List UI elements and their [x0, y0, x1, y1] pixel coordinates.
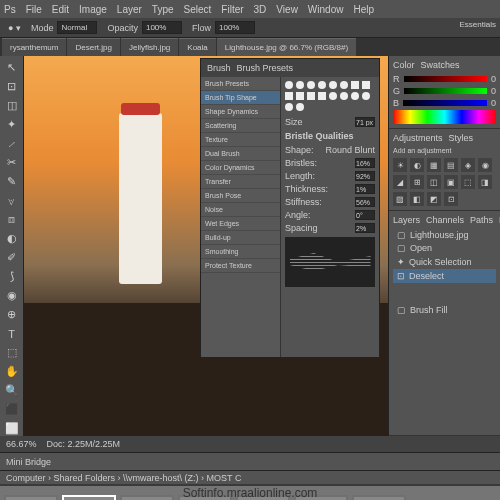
- zoom-tool[interactable]: 🔍: [3, 383, 21, 398]
- tab-3[interactable]: Koala: [179, 38, 215, 56]
- b-slider[interactable]: [403, 100, 487, 106]
- brush-shape-dyn[interactable]: Shape Dynamics: [201, 105, 280, 119]
- menu-3d[interactable]: 3D: [254, 4, 267, 15]
- marquee-tool[interactable]: ⊡: [3, 79, 21, 94]
- brush-opt-header[interactable]: Brush Presets: [201, 77, 280, 91]
- adj-levels-icon[interactable]: ◐: [410, 158, 424, 172]
- flow-input[interactable]: [215, 21, 255, 34]
- history-qsel[interactable]: ✦Quick Selection: [393, 255, 496, 269]
- channels-tab[interactable]: Channels: [426, 215, 464, 225]
- brush-tip-icon[interactable]: [351, 81, 359, 89]
- brush-smoothing[interactable]: Smoothing: [201, 245, 280, 259]
- adj-poster-icon[interactable]: ◨: [478, 175, 492, 189]
- brush-tip-icon[interactable]: [340, 92, 348, 100]
- adj-bw-icon[interactable]: ⊞: [410, 175, 424, 189]
- menu-edit[interactable]: Edit: [52, 4, 69, 15]
- spectrum-bar[interactable]: [393, 110, 496, 124]
- menu-view[interactable]: View: [276, 4, 298, 15]
- menu-help[interactable]: Help: [353, 4, 374, 15]
- brush-preview-icon[interactable]: ● ▾: [8, 23, 21, 33]
- menu-select[interactable]: Select: [184, 4, 212, 15]
- brush-tip-icon[interactable]: [318, 92, 326, 100]
- adj-photo-icon[interactable]: ◫: [427, 175, 441, 189]
- bridge-path[interactable]: Computer › Shared Folders › \\vmware-hos…: [6, 473, 241, 483]
- brush-wetedges[interactable]: Wet Edges: [201, 217, 280, 231]
- brush-tip-icon[interactable]: [307, 92, 315, 100]
- history-deselect[interactable]: ⊡Deselect: [393, 269, 496, 283]
- brush-tip-icon[interactable]: [362, 92, 370, 100]
- brush-tip-icon[interactable]: [307, 81, 315, 89]
- tab-1[interactable]: Desert.jpg: [67, 38, 119, 56]
- adjustments-tab[interactable]: Adjustments: [393, 133, 443, 143]
- brush-tip-icon[interactable]: [340, 81, 348, 89]
- menu-layer[interactable]: Layer: [117, 4, 142, 15]
- brush-dual[interactable]: Dual Brush: [201, 147, 280, 161]
- angle-input[interactable]: [355, 210, 375, 220]
- swatches-tab[interactable]: Swatches: [421, 60, 460, 70]
- menu-image[interactable]: Image: [79, 4, 107, 15]
- move-tool[interactable]: ↖: [3, 60, 21, 75]
- opacity-input[interactable]: [142, 21, 182, 34]
- eyedropper-tool[interactable]: ✂: [3, 155, 21, 170]
- brush-protect[interactable]: Protect Texture: [201, 259, 280, 273]
- brush-tip-icon[interactable]: [285, 103, 293, 111]
- brush-tip-icon[interactable]: [329, 92, 337, 100]
- foreground-color[interactable]: ⬛: [3, 402, 21, 417]
- adj-vibrance-icon[interactable]: ◈: [461, 158, 475, 172]
- brush-tip-icon[interactable]: [296, 92, 304, 100]
- brush-tip-icon[interactable]: [296, 103, 304, 111]
- mini-bridge-title[interactable]: Mini Bridge: [6, 457, 51, 467]
- brush-tip-icon[interactable]: [318, 81, 326, 89]
- brush-tip-icon[interactable]: [329, 81, 337, 89]
- length-input[interactable]: [355, 171, 375, 181]
- color-tab[interactable]: Color: [393, 60, 415, 70]
- adj-curves-icon[interactable]: ▦: [427, 158, 441, 172]
- crop-tool[interactable]: ⟋: [3, 136, 21, 151]
- size-input[interactable]: [355, 117, 375, 127]
- tab-0[interactable]: rysanthemum: [2, 38, 66, 56]
- stiffness-input[interactable]: [355, 197, 375, 207]
- history-brushfill[interactable]: ▢Brush Fill: [393, 303, 496, 317]
- brush-tool[interactable]: ⟇: [3, 193, 21, 208]
- brush-tip-icon[interactable]: [296, 81, 304, 89]
- styles-tab[interactable]: Styles: [449, 133, 474, 143]
- brush-buildup[interactable]: Build-up: [201, 231, 280, 245]
- workspace-switcher[interactable]: Essentials: [460, 20, 496, 29]
- menu-window[interactable]: Window: [308, 4, 344, 15]
- adj-threshold-icon[interactable]: ▨: [393, 192, 407, 206]
- r-slider[interactable]: [404, 76, 487, 82]
- tab-2[interactable]: Jellyfish.jpg: [121, 38, 178, 56]
- brush-pose[interactable]: Brush Pose: [201, 189, 280, 203]
- brush-tab[interactable]: Brush: [207, 63, 231, 73]
- menu-type[interactable]: Type: [152, 4, 174, 15]
- adj-brightness-icon[interactable]: ☀: [393, 158, 407, 172]
- spacing-input[interactable]: [355, 223, 375, 233]
- path-tool[interactable]: ⬚: [3, 345, 21, 360]
- wand-tool[interactable]: ✦: [3, 117, 21, 132]
- history-source[interactable]: ▢Lighthouse.jpg: [393, 229, 496, 241]
- eraser-tool[interactable]: ✐: [3, 250, 21, 265]
- layers-tab[interactable]: Layers: [393, 215, 420, 225]
- adj-gradient-icon[interactable]: ◧: [410, 192, 424, 206]
- menu-filter[interactable]: Filter: [221, 4, 243, 15]
- stamp-tool[interactable]: ⧈: [3, 212, 21, 227]
- type-tool[interactable]: T: [3, 326, 21, 341]
- history-open[interactable]: ▢Open: [393, 241, 496, 255]
- g-slider[interactable]: [404, 88, 487, 94]
- paths-tab[interactable]: Paths: [470, 215, 493, 225]
- adj-channel-icon[interactable]: ▣: [444, 175, 458, 189]
- adj-lookup-icon[interactable]: ⊡: [444, 192, 458, 206]
- brush-tip-icon[interactable]: [362, 81, 370, 89]
- tab-4[interactable]: Lighthouse.jpg @ 66.7% (RGB/8#): [217, 38, 356, 56]
- lasso-tool[interactable]: ◫: [3, 98, 21, 113]
- brush-transfer[interactable]: Transfer: [201, 175, 280, 189]
- brush-tip-shape[interactable]: Brush Tip Shape: [201, 91, 280, 105]
- thickness-input[interactable]: [355, 184, 375, 194]
- bristles-input[interactable]: [355, 158, 375, 168]
- brush-tip-icon[interactable]: [285, 92, 293, 100]
- blur-tool[interactable]: ◉: [3, 288, 21, 303]
- gradient-tool[interactable]: ⟆: [3, 269, 21, 284]
- shape-value[interactable]: Round Blunt: [325, 145, 375, 155]
- adj-invert-icon[interactable]: ⬚: [461, 175, 475, 189]
- adj-selective-icon[interactable]: ◩: [427, 192, 441, 206]
